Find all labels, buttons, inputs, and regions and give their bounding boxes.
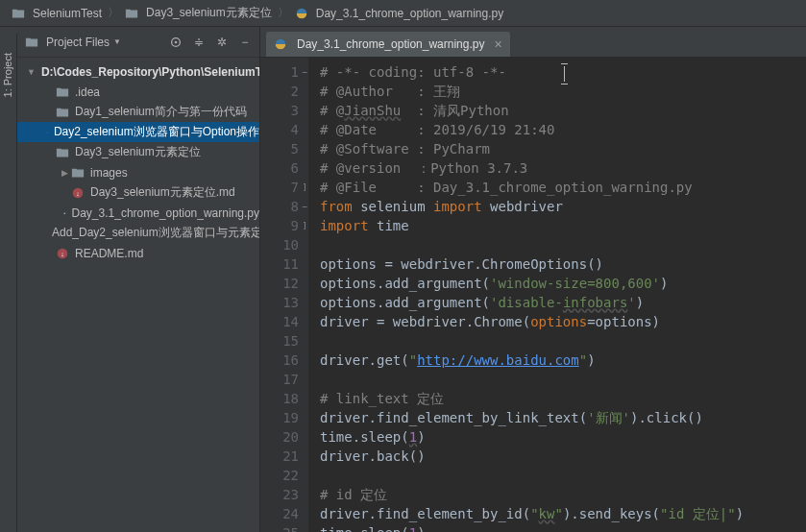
breadcrumb-bar: SeleniumTest 〉 Day3_selenium元素定位 〉 Day_3… [0,0,806,27]
code-line[interactable]: time.sleep(1) [320,427,806,447]
line-number: 3 [260,101,299,120]
tree-item[interactable]: Day_3.1_chrome_option_warning.py [17,203,259,223]
tool-window-stripe[interactable]: 1: Project [0,34,17,532]
gutter: 1−234567]8−9]101112131415161718192021222… [260,58,308,532]
code-line[interactable]: # @File : Day_3.1_chrome_option_warning.… [320,178,806,197]
code-line[interactable]: from selenium import webdriver [320,197,806,216]
sidebar-header: Project Files ▼ ≑ ✲ − [17,27,259,58]
project-tool-button[interactable]: 1: Project [2,53,13,97]
line-number: 4 [260,120,299,139]
tree-label: .idea [75,85,100,99]
python-file-icon [274,37,287,51]
line-number: 12 [260,274,299,293]
line-number: 1− [260,62,299,82]
tree-label: Day1_selenium简介与第一份代码 [75,104,247,120]
breadcrumb-item[interactable]: Day3_selenium元素定位 [146,5,272,21]
code-line[interactable] [320,370,806,389]
line-number: 7] [260,178,299,197]
editor-tab[interactable]: Day_3.1_chrome_option_warning.py ✕ [266,32,510,57]
code-line[interactable]: # @Date : 2019/6/19 21:40 [320,120,806,139]
dropdown-icon[interactable]: ▼ [113,37,121,46]
expand-icon[interactable]: ▼ [27,67,36,77]
code-line[interactable]: driver.find_element_by_id("kw").send_key… [320,504,806,523]
code-line[interactable]: options.add_argument('disable-infobars') [320,293,806,312]
line-number: 16 [260,351,299,370]
line-number: 19 [260,408,299,427]
gear-icon[interactable]: ✲ [215,36,229,49]
line-number: 13 [260,293,299,312]
fold-icon[interactable]: ] [300,178,307,197]
line-number: 17 [260,370,299,389]
line-number: 5 [260,139,299,158]
svg-point-3 [175,40,178,43]
code-line[interactable]: options.add_argument('window-size=800,60… [320,274,806,293]
code-editor[interactable]: 1−234567]8−9]101112131415161718192021222… [260,58,806,532]
line-number: 20 [260,427,299,447]
collapse-icon[interactable]: ≑ [192,36,206,49]
breadcrumb-item[interactable]: Day_3.1_chrome_option_warning.py [316,7,503,20]
tree-label: images [90,166,128,180]
svg-text:↓: ↓ [61,250,64,256]
tree-label: Day3_selenium元素定位.md [90,184,235,201]
code-line[interactable]: # @version ：Python 3.7.3 [320,158,806,178]
tree-label: Add_Day2_selenium浏览器窗口与元素定位 [52,225,259,241]
code-line[interactable]: driver.get("http://www.baidu.com") [320,351,806,370]
code-line[interactable]: # @Software : PyCharm [320,139,806,158]
tree-item[interactable]: Day2_selenium浏览器窗口与Option操作 [17,122,259,142]
tree-item[interactable]: Day1_selenium简介与第一份代码 [17,102,259,122]
tree-label: D:\Codes_Repository\Python\SeleniumT [41,65,259,79]
sidebar-title[interactable]: Project Files [46,36,110,49]
code-line[interactable]: driver = webdriver.Chrome(options=option… [320,312,806,331]
line-number: 14 [260,312,299,331]
python-file-icon [295,7,308,20]
folder-icon [12,7,25,20]
breadcrumb-item[interactable]: SeleniumTest [33,7,102,20]
tree-item[interactable]: Day3_selenium元素定位 [17,142,259,162]
line-number: 6 [260,158,299,178]
code-line[interactable]: time.sleep(1) [320,523,806,532]
text-cursor [564,66,565,82]
close-icon[interactable]: ✕ [494,38,502,51]
line-number: 18 [260,389,299,408]
line-number: 15 [260,331,299,351]
folder-icon [125,7,138,20]
line-number: 22 [260,466,299,485]
hide-icon[interactable]: − [238,36,252,49]
fold-icon[interactable]: − [300,197,307,216]
line-number: 8− [260,197,299,216]
code-line[interactable]: # -*- coding: utf-8 -*- [320,62,806,82]
folder-icon [25,36,38,49]
code-line[interactable] [320,235,806,254]
code-line[interactable]: # @JianShu : 清风Python [320,101,806,120]
tree-item[interactable]: ↓Day3_selenium元素定位.md [17,182,259,203]
expand-icon[interactable]: ▶ [61,168,71,178]
project-tree: ▼ D:\Codes_Repository\Python\SeleniumT .… [17,58,259,263]
locate-icon[interactable] [169,36,183,49]
code-text[interactable]: # -*- coding: utf-8 -*-# @Author : 王翔# @… [308,58,806,532]
code-line[interactable]: # link_text 定位 [320,389,806,408]
code-line[interactable] [320,466,806,485]
tab-label: Day_3.1_chrome_option_warning.py [297,37,484,51]
fold-icon[interactable]: ] [300,216,307,235]
svg-text:↓: ↓ [76,189,80,196]
fold-icon[interactable]: − [300,62,307,82]
line-number: 23 [260,485,299,504]
code-line[interactable]: # @Author : 王翔 [320,82,806,101]
tree-label: Day3_selenium元素定位 [75,144,201,160]
tree-root[interactable]: ▼ D:\Codes_Repository\Python\SeleniumT [17,61,259,82]
tree-item[interactable]: .idea [17,82,259,102]
code-line[interactable] [320,331,806,351]
tree-item[interactable]: ▶images [17,162,259,182]
code-line[interactable]: options = webdriver.ChromeOptions() [320,254,806,274]
project-sidebar: Project Files ▼ ≑ ✲ − ▼ D:\Codes_Reposit… [17,27,260,532]
code-line[interactable]: import time [320,216,806,235]
code-line[interactable]: driver.find_element_by_link_text('新闻').c… [320,408,806,427]
tree-item[interactable]: Add_Day2_selenium浏览器窗口与元素定位 [17,223,259,243]
chevron-right-icon: 〉 [278,5,289,21]
chevron-right-icon: 〉 [108,5,119,21]
line-number: 21 [260,447,299,466]
tree-item[interactable]: ↓README.md [17,243,259,263]
code-line[interactable]: # id 定位 [320,485,806,504]
code-line[interactable]: driver.back() [320,447,806,466]
line-number: 2 [260,82,299,101]
